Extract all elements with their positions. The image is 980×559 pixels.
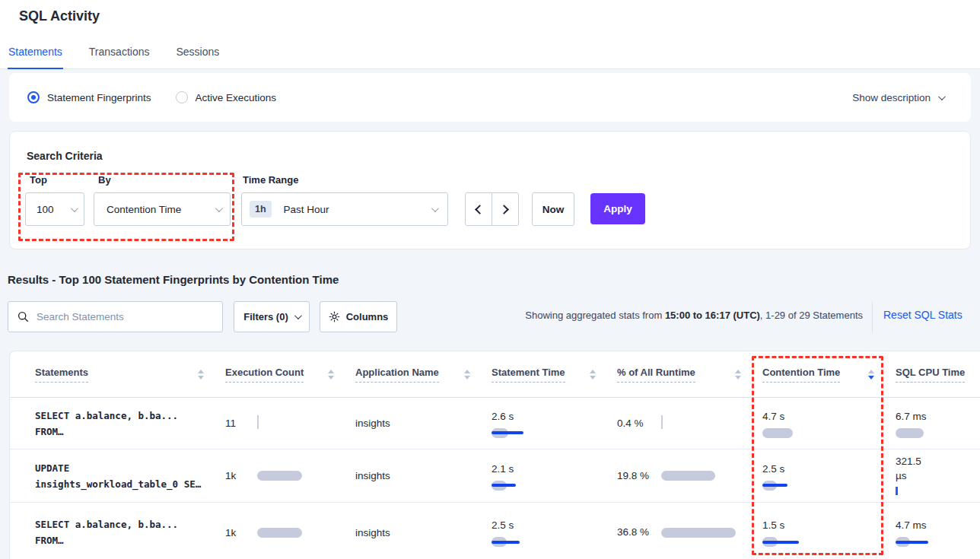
application-name-cell: insights: [355, 418, 492, 429]
chevron-down-icon: [215, 205, 223, 212]
contention-time-cell: 4.7 s: [762, 409, 896, 438]
execution-count-cell: 1k: [225, 527, 355, 538]
table-header-row: Statements Execution Count Application N…: [10, 351, 980, 398]
statement-time-bar: [492, 428, 523, 438]
chevron-down-icon: [431, 205, 439, 212]
time-prev-button[interactable]: [465, 192, 492, 226]
view-mode-strip: Statement Fingerprints Active Executions…: [9, 73, 971, 122]
execution-count-cell: 1k: [225, 470, 355, 481]
tab-transactions[interactable]: Transactions: [88, 46, 151, 69]
toolbar-divider: [872, 302, 873, 332]
time-range-badge: 1h: [250, 201, 272, 218]
chevron-down-icon: [294, 312, 302, 319]
sql-cpu-time-cell: 4.7 ms: [896, 518, 980, 547]
radio-statement-fingerprints[interactable]: Statement Fingerprints: [27, 91, 151, 103]
tab-sessions[interactable]: Sessions: [175, 46, 220, 69]
search-criteria-card: Search Criteria Top 100 By Contention Ti…: [9, 131, 971, 249]
chevron-down-icon: [938, 93, 946, 100]
header-sql-cpu-time[interactable]: SQL CPU Time: [896, 367, 980, 383]
sql-activity-page: SQL Activity Statements Transactions Ses…: [0, 0, 980, 559]
by-label: By: [98, 174, 111, 186]
reset-sql-stats-link[interactable]: Reset SQL Stats: [883, 309, 963, 321]
statement-link[interactable]: UPDATEinsights_workload_table_0 SE…: [35, 460, 225, 492]
filters-label: Filters (0): [243, 311, 288, 322]
sort-icon[interactable]: [735, 370, 741, 380]
sort-icon-active[interactable]: [868, 370, 874, 380]
header-contention-time[interactable]: Contention Time: [762, 367, 896, 383]
sort-icon[interactable]: [590, 370, 596, 380]
by-select[interactable]: Contention Time: [94, 192, 231, 226]
sort-icon[interactable]: [328, 370, 334, 380]
sort-icon[interactable]: [198, 370, 204, 380]
chevron-down-icon: [71, 205, 78, 212]
chevron-right-icon: [499, 205, 509, 214]
contention-bar: [762, 537, 799, 547]
filters-button[interactable]: Filters (0): [234, 301, 310, 332]
runtime-pct-cell: 36.8 %: [617, 525, 762, 540]
execution-count-cell: 11: [225, 415, 355, 432]
table-row: SELECT a.balance, b.ba...FROM… 11 insigh…: [10, 398, 980, 449]
tab-bar: Statements Transactions Sessions: [8, 46, 220, 69]
header-statement-time[interactable]: Statement Time: [492, 367, 617, 383]
table-row: UPDATEinsights_workload_table_0 SE… 1k i…: [10, 449, 980, 503]
aggregated-stats-text: Showing aggregated stats from 15:00 to 1…: [525, 310, 863, 321]
execution-bar: [257, 471, 302, 481]
time-range-select[interactable]: 1h Past Hour: [241, 192, 448, 226]
top-label: Top: [30, 174, 47, 186]
search-criteria-heading: Search Criteria: [27, 150, 103, 162]
radio-selected-icon: [27, 91, 40, 103]
show-description-label: Show description: [852, 92, 931, 103]
execution-bar: [257, 528, 302, 538]
results-heading: Results - Top 100 Statement Fingerprints…: [8, 273, 339, 286]
header-application-name[interactable]: Application Name: [355, 367, 492, 383]
chevron-left-icon: [475, 205, 485, 214]
apply-button[interactable]: Apply: [590, 193, 645, 224]
table-row: SELECT a.balance, b.ba...FROM… 1k insigh…: [10, 503, 980, 559]
header-runtime-pct[interactable]: % of All Runtime: [617, 367, 762, 383]
statement-link[interactable]: SELECT a.balance, b.ba...FROM…: [35, 408, 225, 440]
statements-table: Statements Execution Count Application N…: [9, 351, 980, 559]
top-bar: SQL Activity Statements Transactions Ses…: [0, 0, 980, 69]
by-select-value: Contention Time: [107, 204, 181, 215]
runtime-bar: [661, 471, 715, 481]
time-next-button[interactable]: [492, 192, 519, 226]
contention-bar: [762, 428, 793, 438]
runtime-pct-cell: 19.8 %: [617, 468, 762, 484]
time-range-nav: [465, 192, 519, 226]
show-description-toggle[interactable]: Show description: [852, 92, 943, 103]
statement-time-cell: 2.5 s: [492, 518, 617, 547]
radio-unselected-icon: [176, 91, 188, 103]
contention-bar: [762, 481, 788, 491]
sort-icon[interactable]: [464, 370, 470, 380]
page-title: SQL Activity: [19, 8, 100, 24]
cpu-bar: [896, 484, 980, 498]
sql-cpu-time-cell: 6.7 ms: [896, 409, 980, 438]
runtime-bar: [661, 415, 663, 432]
cpu-bar: [896, 537, 928, 547]
search-statements-box: [8, 301, 223, 332]
now-button[interactable]: Now: [532, 192, 574, 226]
tab-statements[interactable]: Statements: [8, 46, 63, 69]
statement-time-cell: 2.6 s: [492, 409, 617, 438]
header-execution-count[interactable]: Execution Count: [225, 367, 355, 383]
radio-active-executions[interactable]: Active Executions: [176, 91, 277, 103]
statement-time-cell: 2.1 s: [492, 462, 617, 491]
execution-bar: [257, 415, 259, 432]
contention-time-cell: 1.5 s: [762, 518, 896, 547]
statement-link[interactable]: SELECT a.balance, b.ba...FROM…: [35, 516, 225, 548]
runtime-bar: [661, 528, 736, 538]
contention-time-cell: 2.5 s: [762, 462, 896, 491]
search-statements-input[interactable]: [37, 311, 204, 322]
statement-time-bar: [492, 537, 520, 547]
runtime-pct-cell: 0.4 %: [617, 415, 762, 432]
top-select-value: 100: [37, 204, 54, 215]
sql-cpu-time-cell: 321.5 µs: [896, 454, 980, 498]
top-select[interactable]: 100: [25, 192, 84, 226]
time-range-label: Time Range: [243, 174, 298, 186]
header-statements[interactable]: Statements: [35, 367, 225, 383]
columns-button[interactable]: Columns: [320, 301, 397, 332]
cpu-bar: [896, 428, 924, 438]
statement-time-bar: [492, 481, 516, 491]
columns-label: Columns: [346, 311, 389, 322]
application-name-cell: insights: [355, 527, 492, 538]
